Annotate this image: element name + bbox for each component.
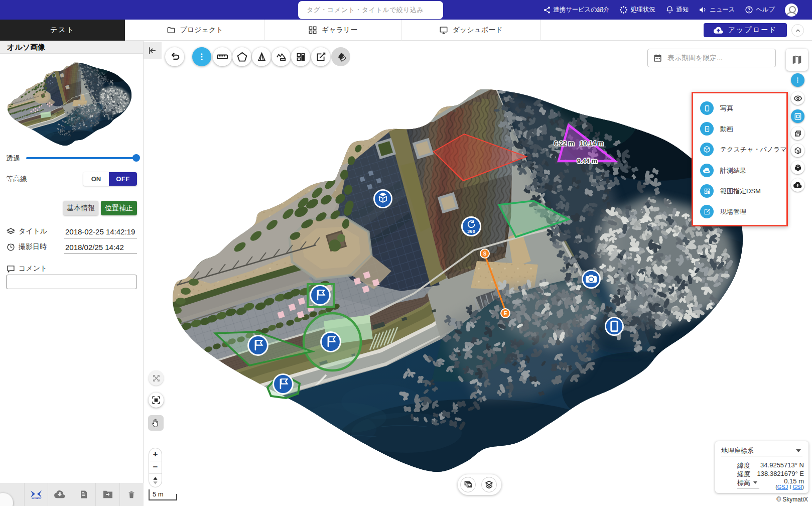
svg-text:9.44 m: 9.44 m (577, 157, 597, 165)
svg-text:S: S (483, 251, 487, 257)
svg-text:360: 360 (467, 229, 475, 234)
svg-text:10.14 m: 10.14 m (580, 140, 604, 147)
svg-text:E: E (504, 311, 507, 316)
svg-text:6.22 m: 6.22 m (554, 140, 574, 147)
svg-text:SKYMATIX: SKYMATIX (32, 497, 41, 499)
